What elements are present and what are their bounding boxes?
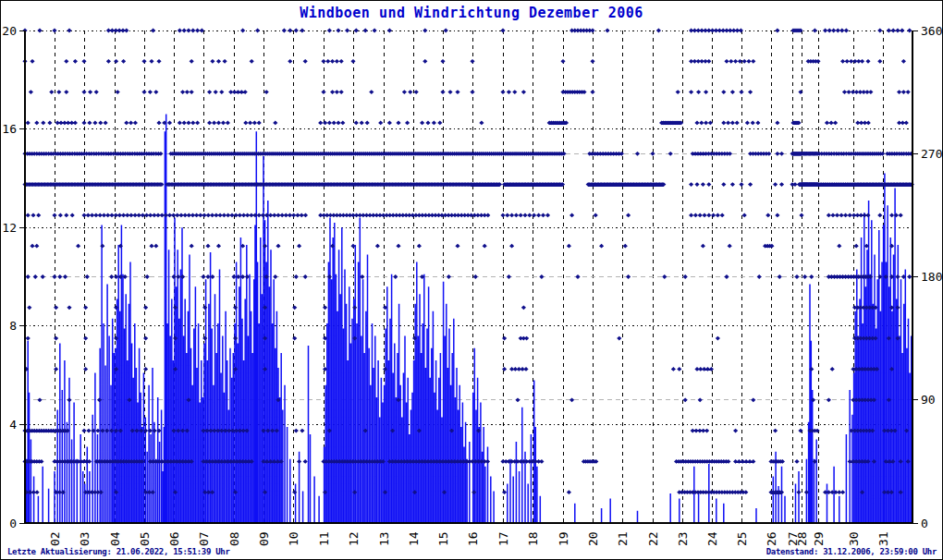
x-axis-day-label: 17 xyxy=(496,531,510,546)
x-axis-day-label: 23 xyxy=(676,531,690,546)
x-axis-day-label: 02 xyxy=(48,531,62,546)
x-axis-day-label: 09 xyxy=(257,531,271,546)
last-update-text: Letzte Aktualisierung: 21.06.2022, 15:51… xyxy=(7,547,230,556)
x-axis-day-label: 05 xyxy=(138,531,152,546)
left-axis-tick-label: 20 xyxy=(2,24,17,38)
x-axis-day-label: 08 xyxy=(227,531,241,546)
right-axis-tick-label: 270 xyxy=(921,147,942,161)
right-axis-tick-label: 90 xyxy=(921,393,936,407)
x-axis-day-label: 10 xyxy=(287,531,300,546)
x-axis-day-label: 30 xyxy=(847,531,861,546)
weather-chart-page: Windboen und Windrichtung Dezember 2006 … xyxy=(0,0,943,560)
x-axis-day-label: 16 xyxy=(466,531,480,546)
x-axis-day-label: 25 xyxy=(735,531,749,546)
x-axis-labels: 0203040506070809101112131415161718192021… xyxy=(48,531,890,546)
x-axis-day-label: 12 xyxy=(347,531,361,546)
x-axis-day-label: 15 xyxy=(436,531,450,546)
x-axis-day-label: 07 xyxy=(197,531,211,546)
wind-chart-canvas: 0481216200901802703600203040506070809101… xyxy=(1,1,943,560)
x-axis-day-label: 14 xyxy=(407,531,421,546)
x-axis-day-label: 13 xyxy=(377,531,391,546)
data-state-text: Datenstand: 31.12.2006, 23:59:00 Uhr xyxy=(766,547,937,556)
x-axis-day-label: 11 xyxy=(317,531,331,546)
x-axis-day-label: 26 xyxy=(765,531,778,546)
x-axis-day-label: 21 xyxy=(616,531,630,546)
right-axis-tick-label: 0 xyxy=(921,517,928,530)
left-axis-tick-label: 4 xyxy=(9,418,17,432)
x-axis-day-label: 29 xyxy=(812,531,826,546)
left-axis-gridlines xyxy=(25,30,912,424)
x-axis-day-label: 20 xyxy=(586,531,600,546)
x-axis-day-label: 18 xyxy=(526,531,540,546)
right-axis-tick-label: 360 xyxy=(921,24,942,38)
left-axis-tick-label: 16 xyxy=(2,122,17,136)
x-axis-day-label: 22 xyxy=(646,531,660,546)
x-axis-day-label: 03 xyxy=(78,531,92,546)
x-axis-day-label: 19 xyxy=(557,531,570,546)
left-axis-tick-label: 0 xyxy=(9,517,17,530)
x-axis-day-label: 24 xyxy=(705,531,719,546)
wind-direction-points xyxy=(22,29,914,494)
right-axis-tick-label: 180 xyxy=(921,270,942,284)
x-axis-day-label: 06 xyxy=(167,531,181,546)
x-axis-day-label: 04 xyxy=(108,531,122,546)
left-axis-tick-label: 12 xyxy=(2,221,17,235)
x-axis-day-label: 28 xyxy=(795,531,809,546)
x-axis-day-label: 31 xyxy=(876,531,890,546)
left-axis-tick-label: 8 xyxy=(9,319,17,333)
